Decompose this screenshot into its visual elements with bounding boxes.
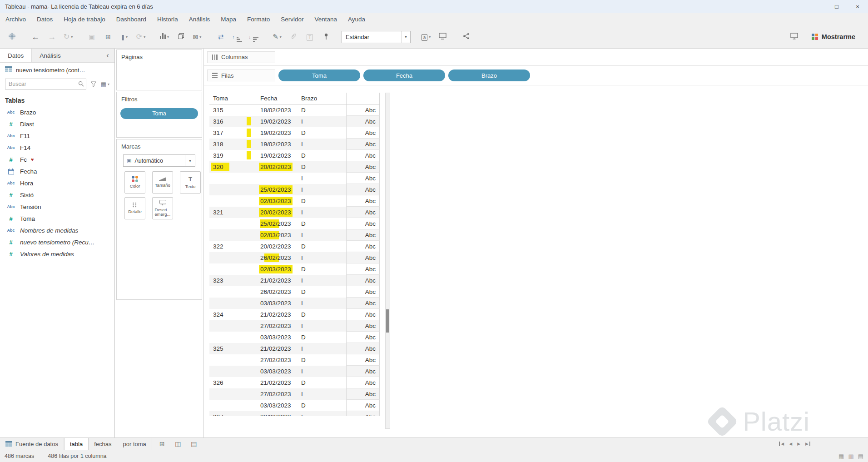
cell-abc[interactable]: Abc <box>346 139 380 150</box>
close-button[interactable]: × <box>847 0 868 13</box>
cell-abc[interactable]: Abc <box>346 411 380 416</box>
new-worksheet-button[interactable]: ▾ <box>158 29 171 45</box>
show-labels-button[interactable]: a▾ <box>420 29 432 45</box>
field-diast[interactable]: #Diast <box>0 118 114 130</box>
menu-historia[interactable]: Historia <box>152 16 184 23</box>
marks-card[interactable]: Marcas ▣ Automático ▾ ColorTamañoTTextoD… <box>116 139 202 300</box>
mark-type-select[interactable]: ▣ Automático ▾ <box>123 154 195 167</box>
sheet-tab-fuente-de-datos[interactable]: Fuente de datos <box>0 438 64 450</box>
tableau-logo-button[interactable] <box>5 29 18 45</box>
redo-arrow-button[interactable]: → <box>45 29 58 45</box>
field-hora[interactable]: AbcHora <box>0 177 114 189</box>
new-datasource-button[interactable]: ⊞ <box>102 29 114 45</box>
cell-abc[interactable]: Abc <box>346 366 380 377</box>
sheet-tab-fechas[interactable]: fechas <box>89 438 117 450</box>
paperclip-button[interactable] <box>287 29 300 45</box>
cell-abc[interactable]: Abc <box>346 343 380 354</box>
dropdown-arrow-icon[interactable]: ▾ <box>401 31 410 43</box>
field-tensión[interactable]: AbcTensión <box>0 201 114 213</box>
minimize-button[interactable]: — <box>805 0 826 13</box>
dropdown-arrow-icon[interactable]: ▾ <box>167 35 169 39</box>
dropdown-arrow-icon[interactable]: ▾ <box>71 35 73 39</box>
menu-formato[interactable]: Formato <box>242 16 275 23</box>
field-sistó[interactable]: #Sistó <box>0 189 114 201</box>
filmstrip-icon[interactable]: ▥ <box>848 453 853 460</box>
filter-pill-toma[interactable]: Toma <box>120 108 198 119</box>
replay-button[interactable]: ↻▾ <box>62 29 74 45</box>
share-button[interactable] <box>460 29 472 45</box>
cell-abc[interactable]: Abc <box>346 320 380 332</box>
fit-button[interactable] <box>436 29 449 45</box>
dropdown-arrow-icon[interactable]: ▾ <box>144 35 145 39</box>
new-worksheet-tab-button[interactable]: ⊞ <box>156 438 168 450</box>
view-options-button[interactable]: ▦ ▾ <box>101 81 109 88</box>
search-input[interactable] <box>5 79 86 89</box>
dropdown-arrow-icon[interactable]: ▾ <box>280 35 282 39</box>
marks-color-button[interactable]: Color <box>124 171 145 194</box>
tab-scroll-next-button[interactable]: ▶ <box>797 442 800 446</box>
pill-toma[interactable]: Toma <box>278 70 360 81</box>
pill-brazo[interactable]: Brazo <box>448 70 530 81</box>
pages-card[interactable]: Páginas <box>116 50 202 90</box>
scrollbar-thumb[interactable] <box>386 309 389 333</box>
maximize-button[interactable]: □ <box>826 0 847 13</box>
new-story-tab-button[interactable]: ▤ <box>188 438 200 450</box>
presentation-mode-button[interactable] <box>788 29 801 45</box>
menu-dashboard[interactable]: Dashboard <box>111 16 152 23</box>
sheet-tab-tabla[interactable]: tabla <box>64 438 89 450</box>
cell-abc[interactable]: Abc <box>346 377 380 388</box>
cell-abc[interactable]: Abc <box>346 150 380 161</box>
dropdown-arrow-icon[interactable]: ▾ <box>126 35 128 39</box>
menu-archivo[interactable]: Archivo <box>0 16 31 23</box>
cell-abc[interactable]: Abc <box>346 229 380 241</box>
cell-abc[interactable]: Abc <box>346 298 380 309</box>
menu-hoja-de-trabajo[interactable]: Hoja de trabajo <box>58 16 111 23</box>
tab-análisis[interactable]: Análisis <box>32 49 69 62</box>
cell-abc[interactable]: Abc <box>346 263 380 275</box>
marks-detail-button[interactable]: Detalle <box>124 197 145 219</box>
pause-updates-button[interactable]: ∥▾ <box>118 29 131 45</box>
show-me-button[interactable]: Mostrarme <box>812 33 855 40</box>
filter-fields-button[interactable] <box>90 81 97 87</box>
cell-abc[interactable]: Abc <box>346 332 380 343</box>
sort-descending-button[interactable] <box>247 29 260 45</box>
marks-tooltip-button[interactable]: Descri...emerg... <box>152 197 173 219</box>
cell-abc[interactable]: Abc <box>346 400 380 411</box>
collapse-panel-button[interactable]: ‹ <box>101 49 114 62</box>
field-f14[interactable]: AbcF14 <box>0 142 114 154</box>
swap-axes-button[interactable]: ⇄ <box>214 29 227 45</box>
cell-abc[interactable]: Abc <box>346 275 380 286</box>
tab-scroll-prev-button[interactable]: ◀ <box>789 442 792 446</box>
field-toma[interactable]: #Toma <box>0 213 114 224</box>
field-nombres-de-medidas[interactable]: AbcNombres de medidas <box>0 224 114 236</box>
view-mode-select[interactable]: Estándar▾ <box>342 31 411 43</box>
marks-size-button[interactable]: Tamaño <box>152 171 173 194</box>
cell-abc[interactable]: Abc <box>346 286 380 298</box>
cell-abc[interactable]: Abc <box>346 309 380 320</box>
field-f11[interactable]: AbcF11 <box>0 130 114 142</box>
cell-abc[interactable]: Abc <box>346 184 380 195</box>
dropdown-arrow-icon[interactable]: ▾ <box>199 35 201 39</box>
cell-abc[interactable]: Abc <box>346 252 380 263</box>
menu-ventana[interactable]: Ventana <box>309 16 343 23</box>
columns-shelf[interactable]: Columnas <box>204 49 868 66</box>
menu-análisis[interactable]: Análisis <box>184 16 216 23</box>
cell-abc[interactable]: Abc <box>346 127 380 139</box>
dropdown-arrow-icon[interactable]: ▾ <box>429 35 431 39</box>
tab-scroll-first-button[interactable]: ◀ <box>779 442 784 446</box>
cell-abc[interactable]: Abc <box>346 104 380 116</box>
menu-ayuda[interactable]: Ayuda <box>342 16 371 23</box>
undo-arrow-button[interactable]: ← <box>29 29 42 45</box>
field-fecha[interactable]: Fecha <box>0 165 114 177</box>
sheet-tab-por-toma[interactable]: por toma <box>117 438 152 450</box>
field-fc[interactable]: #Fc♥ <box>0 154 114 165</box>
menu-datos[interactable]: Datos <box>31 16 58 23</box>
cell-abc[interactable]: Abc <box>346 116 380 127</box>
highlight-pen-button[interactable]: ✎▾ <box>271 29 283 45</box>
duplicate-sheet-button[interactable] <box>174 29 187 45</box>
rows-shelf[interactable]: Filas TomaFechaBrazo <box>204 66 868 85</box>
filters-card[interactable]: Filtros Toma <box>116 92 202 138</box>
tab-datos[interactable]: Datos <box>0 49 32 62</box>
cell-abc[interactable]: Abc <box>346 241 380 252</box>
marks-text-button[interactable]: TTexto <box>180 171 201 194</box>
